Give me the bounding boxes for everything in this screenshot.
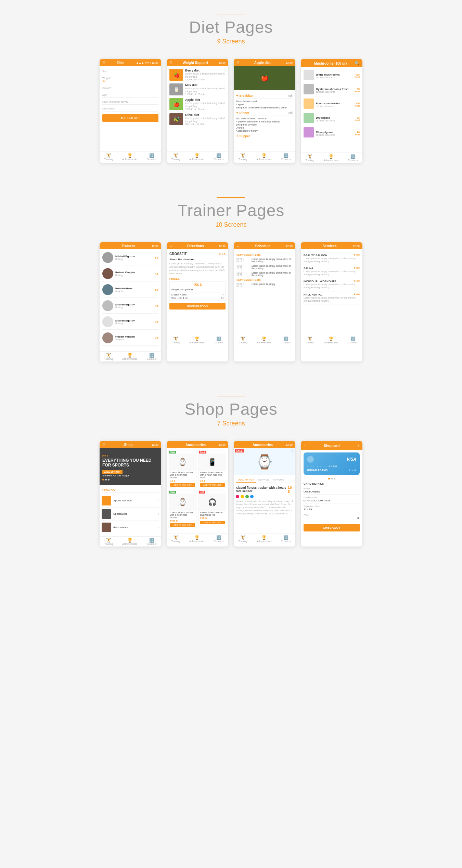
diet-title: Diet Pages	[0, 18, 462, 37]
tab-service[interactable]: SERVICE	[256, 477, 271, 483]
activity-field[interactable]: Level of physical activity *	[102, 99, 158, 105]
tab-achievements-2[interactable]: 🏆 Achievements	[189, 153, 204, 160]
status-bar-8: 12.30	[353, 245, 360, 248]
sportswear-name: Sportswear	[113, 512, 127, 515]
search-icon[interactable]: 🔍	[355, 61, 360, 66]
add-card-icon[interactable]: +	[357, 443, 360, 448]
tab-achievements-3[interactable]: 🏆Achievements	[256, 153, 271, 160]
tab-achievements[interactable]: 🏆 Achievements	[122, 153, 137, 160]
menu-icon[interactable]: ☰	[102, 61, 105, 65]
tab-achievements-11[interactable]: 🏆Achievements	[256, 535, 271, 542]
menu-icon-8[interactable]: ☰	[304, 245, 306, 248]
age-field[interactable]: Age*	[102, 92, 158, 98]
directions-body: CROSSFIT ★ 4.5 About the direction: Lore…	[167, 249, 228, 335]
card-number-label: Card number	[304, 496, 360, 499]
back-icon-4[interactable]: ←	[236, 443, 240, 447]
shop-screens-count: 7 Screens	[0, 420, 462, 427]
shop-home-phone: ☰ Shop 12:30 FIT S EVERYTHING YOU NEED F…	[100, 441, 161, 547]
tab-counters-4[interactable]: 🔢Counters	[348, 154, 358, 161]
add-to-wishlist-1[interactable]: ADD TO WISHLIST	[170, 483, 195, 487]
tab-counters-5[interactable]: 🔢Counters	[147, 353, 156, 360]
tab-achievements-5[interactable]: 🏆Achievements	[122, 353, 137, 360]
tab-training-8[interactable]: 🏋Training	[306, 337, 314, 344]
color-swatch-green[interactable]	[245, 495, 249, 498]
tab-training-10[interactable]: 🏋Training	[171, 535, 180, 542]
tab-counters-2[interactable]: 🔢 Counters	[214, 153, 223, 160]
add-to-wishlist-2[interactable]: ADD TO WISHLIST	[200, 483, 225, 487]
checkout-button[interactable]: CHECKOUT	[304, 524, 360, 531]
tab-achievements-8[interactable]: 🏆Achievements	[323, 337, 338, 344]
tab-achievements-4[interactable]: 🏆Achievements	[323, 154, 338, 161]
tab-achievements-9[interactable]: 🏆Achievements	[122, 538, 137, 545]
registration-button[interactable]: REGISTRATION	[169, 303, 226, 310]
tab-counters-11[interactable]: 🔢Counters	[281, 535, 291, 542]
add-to-wishlist-4[interactable]: ADD TO WISHLIST	[200, 521, 225, 524]
tab-training[interactable]: 🏋 Training	[104, 153, 113, 160]
add-to-wishlist-3[interactable]: ADD TO WISHLIST	[170, 523, 195, 527]
sex-field[interactable]: Sex*	[102, 69, 158, 74]
tab-counters-6[interactable]: 🔢Counters	[214, 337, 223, 344]
avatar-mikhail3	[102, 316, 113, 327]
eye-icon[interactable]: 👁	[357, 517, 360, 520]
tab-counters-9[interactable]: 🔢Counters	[147, 538, 156, 545]
weight-support-title: Weight Support	[183, 61, 208, 65]
back-icon-2[interactable]: ←	[236, 245, 240, 248]
trainer-robert: Robert VaughnBoxing 4.5	[102, 268, 158, 281]
catalog-sports-nutrition[interactable]: Sports nutrition ›	[102, 494, 159, 508]
signal-icon: ▲▲▲	[136, 61, 144, 64]
tab-counters-7[interactable]: 🔢Counters	[281, 337, 291, 344]
tab-training-5[interactable]: 🏋Training	[104, 353, 113, 360]
product-card-1[interactable]: NEW ⌚ Xiaomi fitness tracker with a hear…	[169, 450, 196, 488]
tab-achievements-10[interactable]: 🏆Achievements	[189, 535, 204, 542]
mushrooms-phone: ☰ Mushrooms (100 gr) 🔍 White mushrooms c…	[301, 59, 362, 163]
chevron-right-icon-2: ›	[158, 512, 159, 516]
tab-training-11[interactable]: 🏋Training	[239, 535, 247, 542]
catalog-accessories[interactable]: Accessories ›	[102, 521, 159, 534]
tab-training-6[interactable]: 🏋Training	[171, 337, 180, 344]
tab-counters-8[interactable]: 🔢Counters	[348, 337, 358, 344]
tab-training-9[interactable]: 🏋Training	[104, 538, 113, 545]
menu-icon-4[interactable]: ☰	[304, 62, 306, 65]
destination-field[interactable]: Destination*	[102, 106, 158, 111]
tab-training-3[interactable]: 🏋Training	[239, 153, 247, 160]
catalog-sportswear[interactable]: Sportswear ›	[102, 508, 159, 521]
schedule-title: Schedule	[255, 244, 270, 248]
tab-counters-3[interactable]: 🔢Counters	[281, 153, 291, 160]
tab-description[interactable]: DESCRIPTION	[236, 477, 256, 483]
growth-field[interactable]: Growth*	[102, 86, 158, 91]
back-icon[interactable]: ←	[169, 245, 172, 248]
tab-training-7[interactable]: 🏋Training	[239, 337, 247, 344]
directions-title: Directions	[187, 244, 204, 248]
calculate-button[interactable]: CALCULATE	[102, 114, 158, 122]
product-card-2[interactable]: SALE 📱 Xiaomi fitness tracker with a hea…	[198, 450, 226, 488]
menu-icon-9[interactable]: ☰	[102, 443, 105, 447]
back-icon-5[interactable]: ←	[304, 444, 307, 447]
tab-achievements-7[interactable]: 🏆Achievements	[256, 337, 271, 344]
trainer-section-header: Trainer Pages 10 Screens	[0, 183, 462, 235]
menu-icon-3[interactable]: ☰	[236, 61, 239, 65]
about-label: About the direction:	[169, 258, 226, 261]
tab-counters-10[interactable]: 🔢Counters	[214, 535, 223, 542]
weight-support-body: 🍓 Berry diet Lorem ipsum is simply dummy…	[167, 66, 228, 152]
mushroom-item-chanterelles: Fresh chanterelles calories fats carbs 2…	[304, 98, 360, 111]
tab-training-4[interactable]: 🏋Training	[306, 154, 314, 161]
menu-icon-5[interactable]: ☰	[102, 245, 105, 248]
weight-field[interactable]: Weight* 48	[102, 76, 158, 84]
sale-badge: SALE	[235, 449, 244, 452]
tab-achievements-6[interactable]: 🏆Achievements	[189, 337, 204, 344]
product-card-3[interactable]: NEW ⌚ Xiaomi fitness tracker with a hear…	[169, 490, 196, 528]
tab-training-2[interactable]: 🏋 Training	[171, 153, 180, 160]
cvv-value[interactable]: 👁	[304, 517, 360, 521]
color-swatch-pink[interactable]	[236, 495, 239, 498]
phone-footer-5: 🏋Training 🏆Achievements 🔢Counters	[100, 351, 161, 361]
service-individual: ★ 4.0 INDIVIDUAL WORKOUTS Lorem ipsum is…	[304, 278, 360, 291]
menu-icon[interactable]: ☰	[169, 61, 172, 65]
color-swatch-blue[interactable]	[250, 495, 254, 498]
color-swatch-yellow[interactable]	[241, 495, 244, 498]
back-icon-3[interactable]: ←	[169, 443, 172, 447]
product-card-4[interactable]: HOT 🎧 Xiaomi fitness tracker earphones r…	[198, 490, 226, 528]
tab-reviews[interactable]: REVIEWS	[271, 477, 286, 483]
phone-footer-8: 🏋Training 🏆Achievements 🔢Counters	[301, 335, 362, 345]
wishlist-heart-icon[interactable]: ♡	[291, 449, 294, 453]
tab-counters[interactable]: 🔢 Counters	[147, 153, 156, 160]
